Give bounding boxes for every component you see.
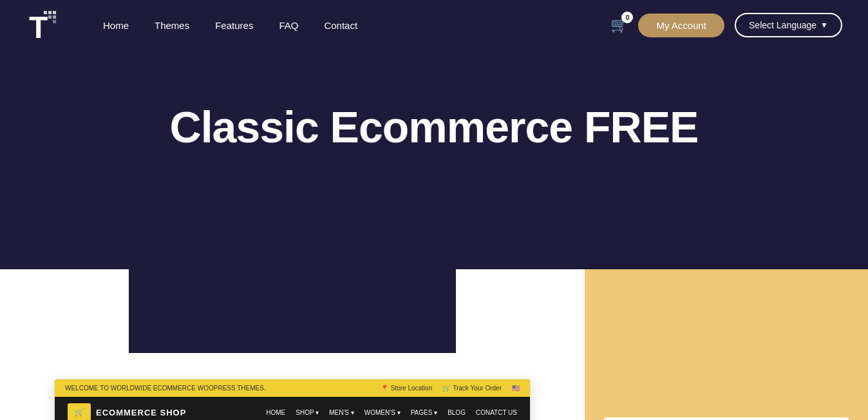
svg-rect-1 — [44, 11, 47, 14]
sidebar-upper — [585, 269, 868, 417]
theme-screenshot: WELCOME TO WORLDWIDE ECOMMERCE WOOPRESS … — [54, 379, 531, 420]
cart-badge: 0 — [621, 12, 633, 23]
ss-logo-icon: 🛒 — [68, 403, 91, 420]
svg-rect-6 — [53, 20, 56, 23]
my-account-button[interactable]: My Account — [638, 14, 724, 37]
ss-logo: 🛒 ECOMMERCE SHOP — [68, 403, 186, 420]
arch-left-fill — [0, 269, 129, 353]
ss-store-location: 📍 Store Location — [381, 385, 433, 392]
svg-rect-4 — [48, 15, 52, 19]
screenshot-area: WELCOME TO WORLDWIDE ECOMMERCE WOOPRESS … — [0, 353, 585, 420]
cart-button[interactable]: 🛒 0 — [610, 17, 628, 33]
hero-section: Classic Ecommerce FREE — [0, 50, 868, 269]
nav-themes[interactable]: Themes — [155, 20, 189, 31]
svg-text:T: T — [29, 10, 48, 44]
ss-flag: 🇺🇸 — [512, 385, 520, 392]
nav-faq[interactable]: FAQ — [279, 20, 298, 31]
hero-title: Classic Ecommerce FREE — [170, 102, 699, 152]
main-nav: Home Themes Features FAQ Contact — [103, 20, 610, 31]
left-panel: WELCOME TO WORLDWIDE ECOMMERCE WOOPRESS … — [0, 269, 585, 420]
ss-topbar-right: 📍 Store Location 🛒 Track Your Order 🇺🇸 — [381, 385, 520, 392]
svg-rect-2 — [48, 11, 52, 14]
logo-area: T — [26, 6, 64, 44]
select-language-label: Select Language — [749, 20, 816, 30]
header-right: 🛒 0 My Account Select Language ▼ — [610, 13, 842, 37]
chevron-down-icon: ▼ — [820, 21, 828, 30]
ss-nav-womens: WOMEN'S — [364, 409, 401, 416]
track-icon: 🛒 — [442, 385, 450, 392]
select-language-button[interactable]: Select Language ▼ — [735, 13, 842, 37]
arch-right-fill — [456, 269, 585, 353]
nav-home[interactable]: Home — [103, 20, 129, 31]
body-layout: WELCOME TO WORLDWIDE ECOMMERCE WOOPRESS … — [0, 269, 868, 420]
screenshot-nav: 🛒 ECOMMERCE SHOP HOME SHOP MEN'S WOMEN'S… — [55, 397, 530, 420]
live-preview-button[interactable]: LIVE PREVIEW — [604, 417, 849, 420]
ss-nav-shop: SHOP — [296, 409, 319, 416]
nav-contact[interactable]: Contact — [324, 20, 357, 31]
sidebar-actions: LIVE PREVIEW Free Download ⬇ — [585, 417, 868, 420]
ss-nav-contact: CONATCT US — [476, 409, 517, 416]
arch-container — [0, 269, 585, 353]
ss-track-order: 🛒 Track Your Order — [442, 385, 502, 392]
site-logo: T — [26, 6, 64, 44]
ss-nav-home: HOME — [266, 409, 285, 416]
right-sidebar: LIVE PREVIEW Free Download ⬇ — [585, 269, 868, 420]
nav-features[interactable]: Features — [215, 20, 253, 31]
ss-logo-text: ECOMMERCE SHOP — [96, 408, 186, 417]
ss-nav-blog: BLOG — [448, 409, 466, 416]
ss-nav-links: HOME SHOP MEN'S WOMEN'S PAGES BLOG CONAT… — [266, 409, 517, 416]
ss-welcome-text: WELCOME TO WORLDWIDE ECOMMERCE WOOPRESS … — [65, 385, 266, 392]
screenshot-topbar: WELCOME TO WORLDWIDE ECOMMERCE WOOPRESS … — [55, 379, 530, 397]
arch-dark-curve — [170, 269, 415, 353]
svg-rect-3 — [53, 11, 56, 14]
svg-rect-5 — [53, 15, 56, 19]
ss-nav-pages: PAGES — [411, 409, 438, 416]
header: T Home Themes Features FAQ Contact 🛒 0 M… — [0, 0, 868, 50]
location-icon: 📍 — [381, 385, 388, 392]
ss-nav-mens: MEN'S — [329, 409, 354, 416]
